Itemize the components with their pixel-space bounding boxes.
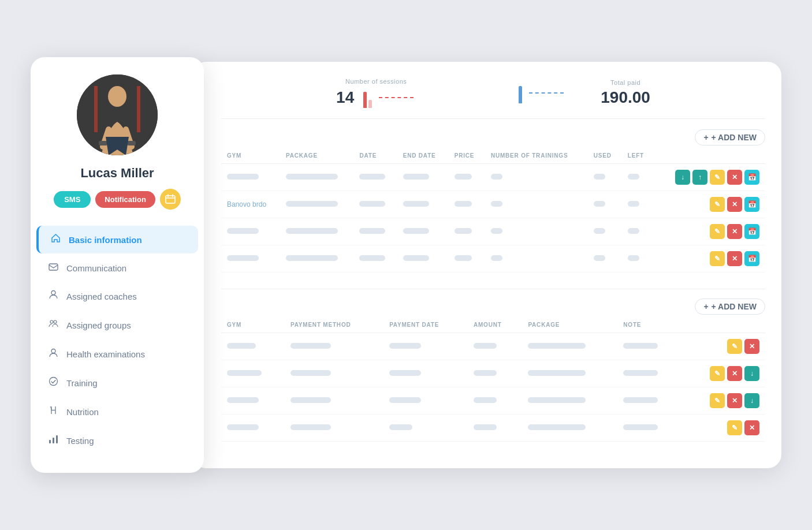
payment-row-actions: ✎ ✕ ↓ [687,393,759,408]
add-new-package-button[interactable]: + + ADD NEW [695,129,765,145]
sms-button[interactable]: SMS [54,191,91,208]
sessions-value: 14 [336,88,354,107]
edit-payment-button[interactable]: ✎ [727,420,742,435]
cell-pay-date [383,360,468,387]
cell-date [353,218,397,245]
user-name: Lucas Miller [80,166,154,181]
dashed-line-blue [529,92,564,94]
add-new-package-label: + ADD NEW [712,133,757,142]
edit-payment-button[interactable]: ✎ [727,339,742,354]
cell-trainings [485,218,588,245]
bar-blue-1 [519,86,522,103]
calendar-action-button[interactable]: 📅 [744,251,759,266]
cell-date [353,245,397,273]
delete-button[interactable]: ✕ [727,197,742,212]
payment-row-actions: ✎ ✕ ↓ [687,366,759,381]
sessions-chart [363,87,372,108]
notification-button[interactable]: Notification [95,191,155,208]
cell-gym-p [221,415,285,442]
row-actions: ✎ ✕ 📅 [660,224,759,239]
sidebar-item-health-examinations[interactable]: Health examinations [36,340,198,368]
sidebar-item-assigned-groups[interactable]: Assigned groups [36,311,198,339]
cell-date [353,191,397,218]
add-new-payment-button[interactable]: + + ADD NEW [695,298,765,315]
packages-table: GYM PACKAGE DATE END DATE PRICE NUMBER O… [221,148,765,273]
sidebar-label-health-examinations: Health examinations [66,349,145,359]
cell-left [622,218,654,245]
sidebar-item-communication[interactable]: Communication [36,255,198,281]
cell-amount [468,387,522,415]
cell-amount [468,360,522,387]
edit-payment-button[interactable]: ✎ [710,366,725,381]
edit-button[interactable]: ✎ [710,170,725,185]
sidebar-nav: Basic information Communication Assigned… [31,226,204,456]
training-icon [47,376,59,389]
cell-package-p [522,387,617,415]
cell-end-date [397,191,449,218]
cell-actions-p: ✎ ✕ [681,415,765,442]
download-payment-button[interactable]: ↓ [744,366,759,381]
sidebar-item-training[interactable]: Training [36,369,198,397]
edit-button[interactable]: ✎ [710,251,725,266]
paid-label: Total paid [610,79,640,86]
svg-rect-6 [166,196,175,203]
col-trainings: NUMBER OF TRAININGS [485,148,588,164]
gym-name: Banovo brdo [227,200,266,208]
cell-gym-p [221,360,285,387]
cell-package [280,164,353,191]
cell-note [617,387,681,415]
home-icon [49,233,62,246]
coach-icon [47,290,59,303]
edit-payment-button[interactable]: ✎ [710,393,725,408]
calendar-button[interactable] [160,189,181,210]
table-row: Banovo brdo ✎ ✕ 📅 [221,191,765,218]
add-new-payment-label: + ADD NEW [712,302,757,311]
cell-package [280,191,353,218]
col-note: NOTE [617,317,681,333]
col-date: DATE [353,148,397,164]
edit-button[interactable]: ✎ [710,224,725,239]
delete-payment-button[interactable]: ✕ [727,393,742,408]
cell-method [285,333,383,360]
svg-point-3 [108,86,126,107]
cell-trainings [485,245,588,273]
sidebar-item-nutrition[interactable]: Nutrition [36,398,198,426]
col-package-2: PACKAGE [522,317,617,333]
section-divider [221,289,765,289]
calendar-action-button[interactable]: 📅 [744,170,759,185]
download-payment-button[interactable]: ↓ [744,393,759,408]
col-package: PACKAGE [280,148,353,164]
cell-amount [468,415,522,442]
sidebar-item-assigned-coaches[interactable]: Assigned coaches [36,282,198,310]
cell-gym [221,218,280,245]
dashed-line-red [379,97,414,98]
cell-gym [221,245,280,273]
delete-payment-button[interactable]: ✕ [727,366,742,381]
delete-button[interactable]: ✕ [727,170,742,185]
sidebar-item-basic-information[interactable]: Basic information [36,226,198,253]
cell-price [449,191,485,218]
cell-actions: ✎ ✕ 📅 [654,245,765,273]
cell-price [449,245,485,273]
cell-used [588,164,622,191]
main-content-panel: Number of sessions 14 Total paid [192,62,781,468]
svg-rect-1 [94,86,98,132]
payments-section: + + ADD NEW GYM PAYMENT METHOD PAYMENT D… [221,298,765,452]
download-button[interactable]: ↓ [675,170,690,185]
cell-note [617,360,681,387]
edit-button[interactable]: ✎ [710,197,725,212]
sidebar-item-testing[interactable]: Testing [36,427,198,454]
col-gym-2: GYM [221,317,285,333]
cell-gym [221,164,280,191]
calendar-action-button[interactable]: 📅 [744,224,759,239]
delete-button[interactable]: ✕ [727,224,742,239]
packages-table-header: GYM PACKAGE DATE END DATE PRICE NUMBER O… [221,148,765,164]
calendar-action-button[interactable]: 📅 [744,197,759,212]
cell-trainings [485,164,588,191]
delete-payment-button[interactable]: ✕ [744,420,759,435]
delete-payment-button[interactable]: ✕ [744,339,759,354]
upload-button[interactable]: ↑ [692,170,707,185]
table-row: ✎ ✕ [221,333,765,360]
cell-pay-date [383,387,468,415]
delete-button[interactable]: ✕ [727,251,742,266]
